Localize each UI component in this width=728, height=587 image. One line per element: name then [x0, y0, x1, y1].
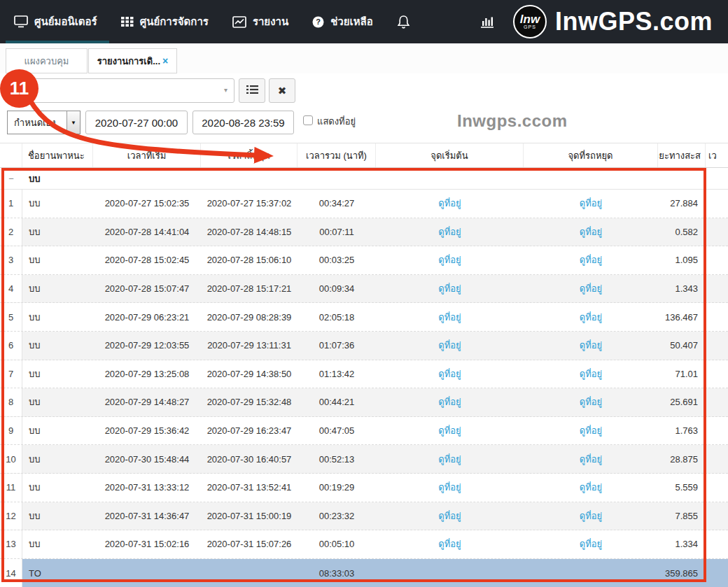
row-number-cell: 12: [0, 502, 22, 530]
view-address-link[interactable]: ดูที่อยู่: [438, 509, 461, 523]
view-address-link[interactable]: ดูที่อยู่: [580, 367, 602, 381]
view-address-link[interactable]: ดูที่อยู่: [580, 281, 602, 296]
view-address-link[interactable]: ดูที่อยู่: [438, 367, 461, 381]
table-row[interactable]: 12บบ2020-07-31 14:36:472020-07-31 15:00:…: [0, 502, 728, 531]
distance-cell: 1.763: [658, 417, 706, 445]
table-row[interactable]: 8บบ2020-07-29 14:48:272020-07-29 15:32:4…: [0, 388, 728, 417]
view-address-link[interactable]: ดูที่อยู่: [438, 452, 461, 467]
view-address-link[interactable]: ดูที่อยู่: [580, 196, 602, 211]
nav-item-monitor-center[interactable]: ศูนย์มอนิเตอร์: [14, 13, 97, 30]
duration-cell: 01:07:36: [298, 332, 376, 360]
collapse-icon[interactable]: −: [0, 174, 22, 184]
table-row[interactable]: 11บบ2020-07-31 13:33:122020-07-31 13:52:…: [0, 474, 728, 502]
view-address-link[interactable]: ดูที่อยู่: [580, 338, 602, 353]
table-row[interactable]: 7บบ2020-07-29 13:25:082020-07-29 14:38:5…: [0, 360, 728, 389]
view-address-link[interactable]: ดูที่อยู่: [438, 480, 461, 495]
duration-cell: 00:05:10: [298, 530, 376, 558]
extra-cell: [706, 246, 728, 274]
view-address-link[interactable]: ดูที่อยู่: [438, 253, 461, 267]
view-address-link[interactable]: ดูที่อยู่: [580, 310, 602, 325]
view-address-link[interactable]: ดูที่อยู่: [580, 509, 602, 523]
duration-cell: 00:23:32: [298, 502, 376, 530]
table-row-total[interactable]: 14TO08:33:03359.865: [0, 559, 728, 587]
stop-point-cell: ดูที่อยู่: [524, 360, 658, 388]
table-row[interactable]: 10บบ2020-07-30 15:48:442020-07-30 16:40:…: [0, 445, 728, 474]
vehicle-select[interactable]: ▾: [7, 78, 234, 103]
header-stop-point[interactable]: จุดที่รถหยุด: [524, 143, 658, 167]
list-view-button[interactable]: [239, 78, 265, 103]
stop-point-cell: ดูที่อยู่: [524, 190, 658, 218]
row-number-cell: 7: [0, 360, 22, 388]
statistics-bars-icon[interactable]: [479, 15, 495, 29]
view-address-link[interactable]: ดูที่อยู่: [580, 395, 602, 409]
tab-close-icon[interactable]: ×: [162, 55, 168, 66]
table-row[interactable]: 13บบ2020-07-31 15:02:162020-07-31 15:07:…: [0, 530, 728, 559]
notifications-bell-icon[interactable]: [397, 15, 410, 29]
nav-label: ช่วยเหลือ: [330, 13, 373, 30]
start-point-cell: ดูที่อยู่: [376, 417, 524, 445]
tab-trip-report[interactable]: รายงานการเดิ... ×: [88, 48, 177, 73]
table-row[interactable]: 4บบ2020-07-28 15:07:472020-07-28 15:17:2…: [0, 275, 728, 304]
view-address-link[interactable]: ดูที่อยู่: [438, 281, 461, 296]
vehicle-name-cell: บบ: [22, 246, 93, 274]
table-row[interactable]: 1บบ2020-07-27 15:02:352020-07-27 15:37:0…: [0, 190, 728, 218]
extra-cell: [706, 417, 728, 445]
duration-cell: 00:52:13: [298, 445, 376, 473]
tab-label: รายงานการเดิ...: [97, 54, 160, 69]
start-point-cell: ดูที่อยู่: [376, 502, 524, 530]
view-address-link[interactable]: ดูที่อยู่: [438, 338, 461, 353]
view-address-link[interactable]: ดูที่อยู่: [438, 423, 461, 438]
view-address-link[interactable]: ดูที่อยู่: [438, 196, 461, 211]
table-row[interactable]: 6บบ2020-07-29 12:03:552020-07-29 13:11:3…: [0, 332, 728, 360]
svg-text:?: ?: [316, 17, 321, 26]
extra-cell: [706, 474, 728, 502]
header-total-time[interactable]: เวลารวม (นาที): [298, 143, 376, 167]
watermark: Inwgps.ccom: [457, 111, 568, 131]
start-point-cell: ดูที่อยู่: [376, 190, 524, 218]
select-arrow-icon: ▼: [66, 111, 80, 134]
header-distance[interactable]: ระยะทางสะส: [658, 143, 706, 167]
date-to-input[interactable]: 2020-08-28 23:59: [192, 111, 294, 134]
table-row[interactable]: 9บบ2020-07-29 15:36:422020-07-29 16:23:4…: [0, 417, 728, 446]
row-number-cell: 6: [0, 332, 22, 360]
table-row[interactable]: 2บบ2020-07-28 14:41:042020-07-28 14:48:1…: [0, 218, 728, 247]
start-point-cell: ดูที่อยู่: [376, 332, 524, 360]
header-vehicle-name[interactable]: ชื่อยานพาหนะ: [22, 143, 93, 167]
nav-label: ศูนย์การจัดการ: [140, 13, 209, 30]
end-time-cell: 2020-07-31 13:52:41: [201, 474, 298, 502]
date-range-select[interactable]: กำหนดเอง ▼: [7, 111, 80, 134]
view-address-link[interactable]: ดูที่อยู่: [438, 537, 461, 551]
view-address-link[interactable]: ดูที่อยู่: [438, 225, 461, 239]
view-address-link[interactable]: ดูที่อยู่: [580, 537, 602, 551]
start-point-cell: ดูที่อยู่: [376, 388, 524, 416]
duration-cell: 08:33:03: [298, 559, 376, 587]
nav-item-help[interactable]: ? ช่วยเหลือ: [312, 13, 373, 30]
vehicle-name-cell: บบ: [22, 303, 93, 331]
view-address-link[interactable]: ดูที่อยู่: [580, 253, 602, 267]
nav-item-management-center[interactable]: ศูนย์การจัดการ: [121, 13, 209, 30]
show-address-checkbox[interactable]: [303, 115, 313, 125]
view-address-link[interactable]: ดูที่อยู่: [580, 423, 602, 438]
table-row[interactable]: 3บบ2020-07-28 15:02:452020-07-28 15:06:1…: [0, 246, 728, 275]
table-row[interactable]: 5บบ2020-07-29 06:23:212020-07-29 08:28:3…: [0, 303, 728, 332]
end-time-cell: 2020-07-30 16:40:57: [201, 445, 298, 473]
date-from-input[interactable]: 2020-07-27 00:00: [85, 111, 188, 134]
nav-item-reports[interactable]: รายงาน: [232, 13, 288, 30]
extra-cell: [706, 218, 728, 246]
tab-dashboard[interactable]: แผงควบคุม: [6, 48, 88, 73]
view-address-link[interactable]: ดูที่อยู่: [438, 395, 461, 409]
header-start-point[interactable]: จุดเริ่มต้น: [376, 143, 524, 167]
view-address-link[interactable]: ดูที่อยู่: [580, 225, 602, 239]
nav-label: ศูนย์มอนิเตอร์: [34, 13, 97, 30]
view-address-link[interactable]: ดูที่อยู่: [438, 310, 461, 325]
header-extra[interactable]: เว: [706, 143, 728, 167]
extra-cell: [706, 360, 728, 388]
duration-cell: 01:13:42: [298, 360, 376, 388]
clear-button[interactable]: ✖: [269, 78, 295, 103]
view-address-link[interactable]: ดูที่อยู่: [580, 480, 602, 495]
header-start-time[interactable]: เวลาที่เริ่ม: [93, 143, 201, 167]
header-end-time[interactable]: เวลาสิ้นสุด: [201, 143, 298, 167]
distance-cell: 136.467: [658, 303, 706, 331]
view-address-link[interactable]: ดูที่อยู่: [580, 452, 602, 467]
end-time-cell: 2020-07-29 13:11:31: [201, 332, 298, 360]
